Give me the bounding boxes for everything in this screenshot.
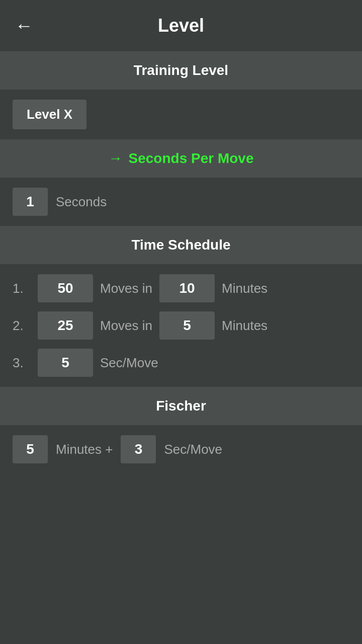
schedule-row-3: 3. 5 Sec/Move bbox=[13, 349, 349, 377]
back-button[interactable]: ← bbox=[15, 17, 33, 35]
page-title: Level bbox=[158, 15, 204, 36]
row-number-3: 3. bbox=[13, 355, 31, 371]
arrow-icon: → bbox=[109, 150, 123, 167]
seconds-per-move-section-bar[interactable]: → Seconds Per Move bbox=[0, 139, 362, 178]
seconds-per-move-content: 1 Seconds bbox=[0, 178, 362, 226]
training-level-section-bar: Training Level bbox=[0, 51, 362, 90]
row3-moves-value[interactable]: 5 bbox=[38, 349, 93, 377]
level-x-button[interactable]: Level X bbox=[13, 100, 86, 129]
training-level-content: Level X bbox=[0, 90, 362, 139]
fischer-section-bar: Fischer bbox=[0, 387, 362, 425]
time-schedule-content: 1. 50 Moves in 10 Minutes 2. 25 Moves in… bbox=[0, 264, 362, 387]
row-number-1: 1. bbox=[13, 281, 31, 296]
fischer-minutes-label: Minutes + bbox=[56, 442, 113, 457]
row2-moves-value[interactable]: 25 bbox=[38, 311, 93, 340]
time-schedule-section-bar: Time Schedule bbox=[0, 226, 362, 264]
seconds-label: Seconds bbox=[56, 194, 107, 210]
fischer-sec-label: Sec/Move bbox=[164, 442, 222, 457]
fischer-content: 5 Minutes + 3 Sec/Move bbox=[0, 425, 362, 473]
header: ← Level bbox=[0, 0, 362, 51]
fischer-minutes-value[interactable]: 5 bbox=[13, 435, 48, 463]
schedule-row-2: 2. 25 Moves in 5 Minutes bbox=[13, 311, 349, 340]
row1-time-value[interactable]: 10 bbox=[159, 274, 215, 302]
row2-time-value[interactable]: 5 bbox=[159, 311, 215, 340]
fischer-sec-value[interactable]: 3 bbox=[121, 435, 156, 463]
row1-moves-value[interactable]: 50 bbox=[38, 274, 93, 302]
row-number-2: 2. bbox=[13, 318, 31, 334]
row2-moves-label: Moves in bbox=[100, 318, 152, 334]
row3-moves-label: Sec/Move bbox=[100, 355, 158, 371]
seconds-per-move-row: 1 Seconds bbox=[13, 188, 349, 216]
schedule-row-1: 1. 50 Moves in 10 Minutes bbox=[13, 274, 349, 302]
row1-moves-label: Moves in bbox=[100, 281, 152, 296]
seconds-value-box[interactable]: 1 bbox=[13, 188, 48, 216]
row1-time-label: Minutes bbox=[222, 281, 267, 296]
row2-time-label: Minutes bbox=[222, 318, 267, 334]
